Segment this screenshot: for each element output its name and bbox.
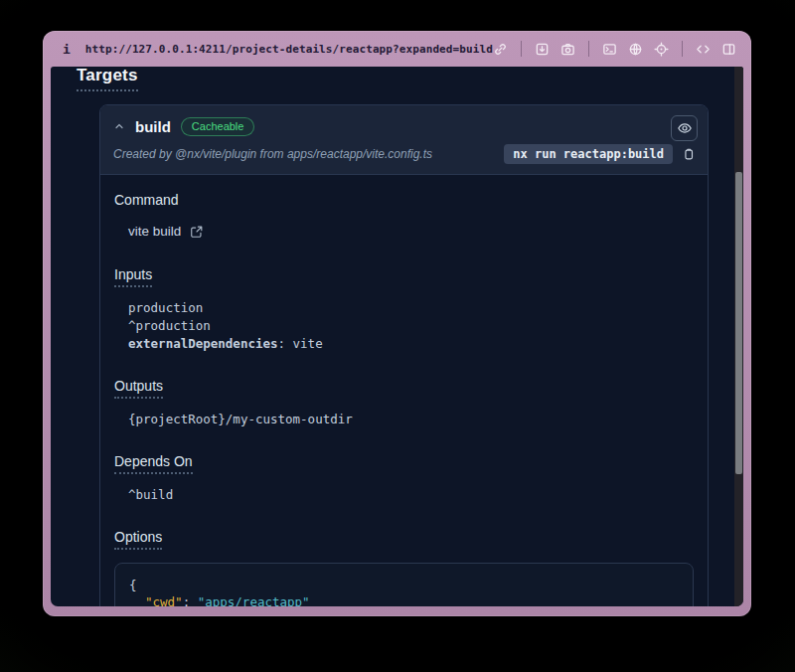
download-icon[interactable] [535, 42, 550, 57]
build-header-row: build Cacheable [113, 114, 696, 138]
options-section: Options { "cwd": "apps/reactapp" } [114, 529, 694, 606]
options-json-block: { "cwd": "apps/reactapp" } [114, 563, 694, 606]
input-item: production [128, 299, 694, 317]
inputs-section: Inputs production ^production externalDe… [114, 266, 694, 353]
split-panel-icon[interactable] [721, 42, 736, 57]
external-link-icon[interactable] [190, 225, 204, 239]
command-value: vite build [128, 224, 181, 239]
toolbar-divider [521, 41, 522, 57]
target-icon[interactable] [654, 42, 669, 57]
camera-icon[interactable] [560, 42, 575, 57]
target-name: build [135, 118, 171, 135]
depends-on-list: ^build [128, 486, 694, 504]
browser-window: i http://127.0.0.1:4211/project-details/… [43, 31, 751, 616]
command-label: Command [114, 192, 179, 208]
json-line: { [129, 577, 679, 593]
command-value-row: vite build [128, 221, 210, 242]
output-item: {projectRoot}/my-custom-outdir [128, 411, 694, 428]
input-key: externalDependencies [128, 336, 278, 351]
inputs-list: production ^production externalDependenc… [128, 299, 694, 353]
created-by-text: Created by @nx/vite/plugin from apps/rea… [113, 147, 432, 161]
project-details-content: Targets build Cacheable Created by @nx/v… [51, 67, 734, 606]
json-key: "cwd" [145, 594, 183, 606]
toolbar-divider [588, 41, 589, 57]
depends-on-label: Depends On [114, 453, 193, 474]
copy-icon[interactable] [682, 147, 696, 161]
page-viewport: Targets build Cacheable Created by @nx/v… [51, 67, 743, 606]
page-title: Targets [77, 67, 138, 91]
build-card-header[interactable]: build Cacheable Created by @nx/vite/plug… [100, 105, 708, 175]
json-line: "cwd": "apps/reactapp" [129, 593, 679, 606]
link-icon[interactable] [493, 42, 508, 57]
json-separator: : [183, 594, 198, 606]
view-target-button[interactable] [671, 115, 698, 141]
json-value: "apps/reactapp" [198, 594, 310, 606]
browser-titlebar: i http://127.0.0.1:4211/project-details/… [43, 31, 751, 67]
scrollbar-track[interactable] [734, 67, 743, 606]
scrollbar-thumb[interactable] [735, 172, 742, 474]
depends-on-section: Depends On ^build [114, 453, 694, 504]
outputs-label: Outputs [114, 378, 163, 399]
outputs-section: Outputs {projectRoot}/my-custom-outdir [114, 378, 694, 428]
options-label: Options [114, 529, 162, 550]
code-icon[interactable] [696, 42, 711, 57]
input-value: : vite [278, 336, 323, 351]
titlebar-toolbar [493, 41, 736, 57]
run-command-chip: nx run reactapp:build [504, 144, 673, 164]
terminal-icon[interactable] [602, 42, 617, 57]
cacheable-badge: Cacheable [181, 117, 255, 136]
inputs-label: Inputs [114, 266, 152, 287]
chevron-up-icon[interactable] [113, 120, 125, 132]
command-section: Command vite build [114, 192, 694, 242]
toolbar-divider [682, 41, 683, 57]
globe-icon[interactable] [628, 42, 643, 57]
build-subheader-row: Created by @nx/vite/plugin from apps/rea… [113, 143, 696, 165]
input-item: ^production [128, 317, 694, 335]
input-item: externalDependencies: vite [128, 335, 694, 353]
info-icon: i [63, 42, 71, 57]
desktop-background: i http://127.0.0.1:4211/project-details/… [0, 0, 795, 672]
depends-on-item: ^build [128, 486, 694, 504]
address-url[interactable]: http://127.0.0.1:4211/project-details/re… [85, 43, 493, 56]
outputs-list: {projectRoot}/my-custom-outdir [128, 411, 694, 428]
build-card-body: Command vite build Inputs production ^pr… [100, 175, 708, 606]
target-card-build: build Cacheable Created by @nx/vite/plug… [99, 104, 709, 606]
